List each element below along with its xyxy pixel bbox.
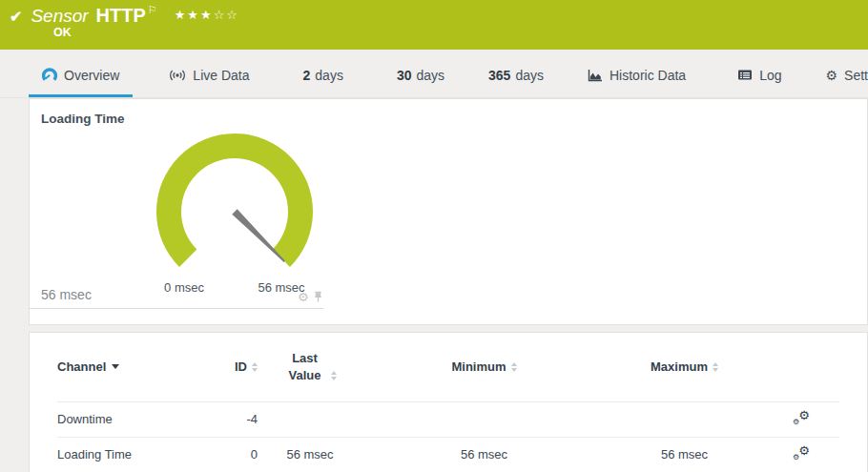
overview-gauge-panel: Loading Time 0 msec 56 msec 56 msec ⚙ xyxy=(29,98,868,325)
sensor-status-text: OK xyxy=(53,26,72,39)
sort-toggle-icon xyxy=(713,362,718,372)
sort-toggle-icon xyxy=(511,362,517,372)
tab-30-days[interactable]: 30 days xyxy=(389,55,452,97)
tab-number: 365 xyxy=(488,68,510,83)
column-header-last-value[interactable]: Last Value xyxy=(258,333,362,401)
channel-table-panel: Channel ID Last Value xyxy=(29,332,868,472)
sensor-name: HTTP xyxy=(96,5,146,27)
tab-2-days[interactable]: 2 days xyxy=(296,55,351,97)
channel-maximum-cell xyxy=(606,401,763,437)
channel-last-value-cell: 56 msec xyxy=(258,437,362,472)
tab-log[interactable]: Log xyxy=(730,55,789,97)
tab-number: 2 xyxy=(303,68,311,83)
table-header-row: Channel ID Last Value xyxy=(57,333,839,401)
channel-name-cell: Downtime xyxy=(57,401,231,437)
tab-settings[interactable]: ⚙ Settings xyxy=(817,55,868,97)
channel-settings-icon[interactable]: ⚙⚙ xyxy=(793,410,810,425)
tab-label: days xyxy=(515,68,544,83)
tab-label: Overview xyxy=(64,68,119,83)
tab-label: days xyxy=(416,68,444,83)
tab-label: Settings xyxy=(844,68,868,83)
sort-descending-icon xyxy=(112,364,119,369)
channel-id-cell: 0 xyxy=(231,437,258,472)
column-header-id[interactable]: ID xyxy=(231,333,258,401)
channel-minimum-cell: 56 msec xyxy=(362,437,606,472)
sort-toggle-icon xyxy=(331,371,337,380)
loading-time-gauge xyxy=(154,131,316,274)
table-row-downtime: Downtime -4 ⚙⚙ xyxy=(57,401,839,437)
priority-flag-icon[interactable]: ⚐ xyxy=(148,4,157,16)
gauge-title: Loading Time xyxy=(41,112,125,126)
settings-gear-icon: ⚙ xyxy=(825,69,837,82)
tab-number: 30 xyxy=(397,68,412,83)
gauge-min-label: 0 msec xyxy=(146,280,222,295)
gauge-icon xyxy=(42,68,57,83)
gauge-arc xyxy=(156,133,313,267)
column-header-minimum[interactable]: Minimum xyxy=(362,333,606,401)
sensor-status-bar: ✔ Sensor HTTP ⚐ ★★★☆☆ OK xyxy=(0,0,868,50)
channel-settings-icon[interactable]: ⚙⚙ xyxy=(793,445,810,461)
table-row-loading-time: Loading Time 0 56 msec 56 msec 56 msec ⚙… xyxy=(57,437,839,472)
historic-data-icon xyxy=(588,69,603,82)
status-check-icon: ✔ xyxy=(10,8,22,26)
tab-365-days[interactable]: 365 days xyxy=(481,55,551,97)
tab-live-data[interactable]: Live Data xyxy=(161,55,257,97)
column-label: ID xyxy=(235,359,247,374)
tab-label: Live Data xyxy=(193,68,249,83)
object-type-label: Sensor xyxy=(31,6,88,27)
tab-historic-data[interactable]: Historic Data xyxy=(580,55,693,97)
gauge-widget-divider xyxy=(30,308,323,309)
channel-maximum-cell: 56 msec xyxy=(606,437,763,472)
column-label: Maximum xyxy=(651,359,708,374)
live-data-icon xyxy=(169,69,186,82)
priority-stars[interactable]: ★★★☆☆ xyxy=(175,8,239,22)
gauge-needle xyxy=(232,209,285,262)
column-header-actions xyxy=(763,333,839,401)
column-label: Channel xyxy=(57,359,106,374)
tab-label: Historic Data xyxy=(610,68,686,83)
channel-id-cell: -4 xyxy=(231,401,258,437)
column-label: Last Value xyxy=(284,350,326,383)
column-label: Minimum xyxy=(451,359,506,374)
tab-label: days xyxy=(315,68,343,83)
channel-last-value-cell xyxy=(258,401,362,437)
channel-minimum-cell xyxy=(362,401,606,437)
sensor-tab-bar: Overview Live Data 2 days 30 days 365 da… xyxy=(0,50,868,98)
log-icon xyxy=(737,69,753,81)
channel-name-cell: Loading Time xyxy=(57,437,231,472)
tab-overview[interactable]: Overview xyxy=(29,55,133,97)
tab-label: Log xyxy=(759,68,781,83)
widget-pin-icon[interactable] xyxy=(313,291,323,303)
widget-gear-icon[interactable]: ⚙ xyxy=(298,291,309,303)
column-header-channel[interactable]: Channel xyxy=(57,333,231,401)
sort-toggle-icon xyxy=(252,362,258,372)
column-header-maximum[interactable]: Maximum xyxy=(606,333,763,401)
gauge-current-value: 56 msec xyxy=(41,287,92,302)
channel-table: Channel ID Last Value xyxy=(57,333,839,472)
